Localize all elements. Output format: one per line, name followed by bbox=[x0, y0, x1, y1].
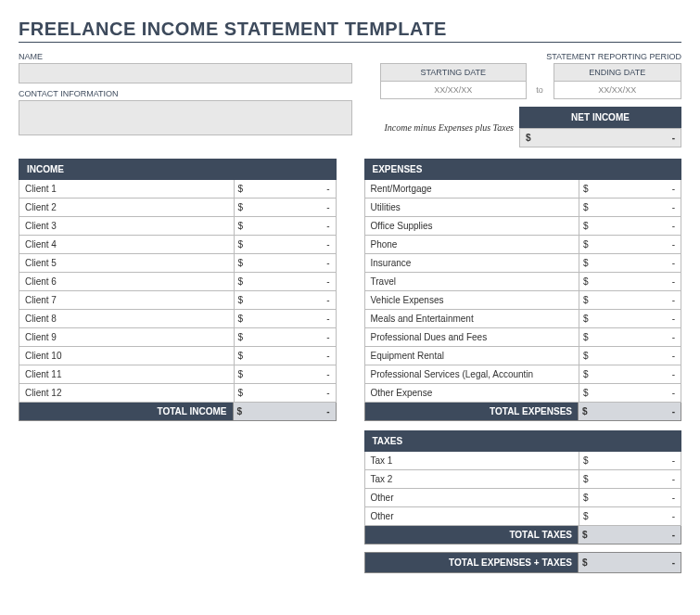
currency-symbol: $ bbox=[579, 236, 598, 253]
expense-row: Equipment Rental$- bbox=[364, 347, 682, 365]
currency-symbol: $ bbox=[235, 180, 253, 198]
expense-label[interactable]: Other Expense bbox=[365, 384, 580, 402]
name-input[interactable] bbox=[19, 63, 352, 83]
expenses-header: EXPENSES bbox=[364, 159, 682, 180]
tax-value[interactable]: - bbox=[598, 489, 681, 506]
tax-label[interactable]: Other bbox=[365, 507, 580, 525]
tax-value[interactable]: - bbox=[598, 507, 681, 525]
contact-label: CONTACT INFORMATION bbox=[19, 89, 352, 98]
net-income-note: Income minus Expenses plus Taxes bbox=[384, 122, 514, 133]
contact-input[interactable] bbox=[19, 100, 352, 135]
currency-symbol: $ bbox=[579, 384, 598, 402]
income-value[interactable]: - bbox=[253, 236, 337, 253]
income-value[interactable]: - bbox=[253, 199, 337, 216]
income-label[interactable]: Client 4 bbox=[19, 236, 235, 253]
expense-value[interactable]: - bbox=[598, 217, 681, 235]
currency-symbol: $ bbox=[579, 365, 598, 383]
income-row: Client 5$- bbox=[19, 254, 337, 273]
title-underline bbox=[19, 42, 681, 43]
start-date-header: STARTING DATE bbox=[381, 64, 527, 82]
income-label[interactable]: Client 2 bbox=[19, 199, 235, 216]
income-value[interactable]: - bbox=[253, 365, 337, 383]
expense-value[interactable]: - bbox=[598, 310, 681, 327]
income-label[interactable]: Client 5 bbox=[19, 254, 235, 272]
expense-value[interactable]: - bbox=[598, 254, 681, 272]
income-value[interactable]: - bbox=[253, 273, 337, 290]
income-value[interactable]: - bbox=[253, 254, 337, 272]
expense-label[interactable]: Phone bbox=[365, 236, 580, 253]
currency-symbol: $ bbox=[235, 273, 253, 290]
expense-row: Rent/Mortgage$- bbox=[364, 180, 682, 199]
expense-label[interactable]: Travel bbox=[365, 273, 580, 290]
income-label[interactable]: Client 12 bbox=[19, 384, 235, 402]
currency-symbol: $ bbox=[235, 310, 253, 327]
expense-label[interactable]: Rent/Mortgage bbox=[365, 180, 580, 198]
currency-symbol: $ bbox=[579, 328, 598, 346]
income-label[interactable]: Client 9 bbox=[19, 328, 235, 346]
currency-symbol: $ bbox=[579, 217, 598, 235]
expense-label[interactable]: Professional Services (Legal, Accountin bbox=[365, 365, 580, 383]
expense-value[interactable]: - bbox=[598, 236, 681, 253]
expense-value[interactable]: - bbox=[598, 199, 681, 216]
income-row: Client 3$- bbox=[19, 217, 337, 236]
tax-value[interactable]: - bbox=[598, 470, 681, 488]
income-header: INCOME bbox=[19, 159, 337, 180]
expense-label[interactable]: Vehicle Expenses bbox=[365, 291, 580, 309]
expense-value[interactable]: - bbox=[598, 384, 681, 402]
tax-row: Other$- bbox=[364, 507, 682, 526]
income-label[interactable]: Client 10 bbox=[19, 347, 235, 365]
expense-value[interactable]: - bbox=[598, 328, 681, 346]
net-income-header: NET INCOME bbox=[519, 107, 681, 128]
income-value[interactable]: - bbox=[253, 328, 337, 346]
income-value[interactable]: - bbox=[253, 384, 337, 402]
income-label[interactable]: Client 1 bbox=[19, 180, 235, 198]
currency-symbol: $ bbox=[235, 347, 253, 365]
income-label[interactable]: Client 8 bbox=[19, 310, 235, 327]
tax-label[interactable]: Other bbox=[365, 489, 580, 506]
currency-symbol: $ bbox=[235, 236, 253, 253]
expense-label[interactable]: Office Supplies bbox=[365, 217, 580, 235]
tax-label[interactable]: Tax 1 bbox=[365, 452, 580, 469]
expense-label[interactable]: Equipment Rental bbox=[365, 347, 580, 365]
income-label[interactable]: Client 7 bbox=[19, 291, 235, 309]
expense-label[interactable]: Meals and Entertainment bbox=[365, 310, 580, 327]
to-label: to bbox=[526, 82, 554, 99]
grand-total-row: TOTAL EXPENSES + TAXES $ - bbox=[364, 552, 682, 573]
currency-symbol: $ bbox=[235, 384, 253, 402]
income-value[interactable]: - bbox=[253, 310, 337, 327]
income-row: Client 12$- bbox=[19, 384, 337, 403]
expense-value[interactable]: - bbox=[598, 365, 681, 383]
expense-label[interactable]: Insurance bbox=[365, 254, 580, 272]
start-date-input[interactable]: XX/XX/XX bbox=[381, 82, 527, 99]
expense-value[interactable]: - bbox=[598, 291, 681, 309]
income-value[interactable]: - bbox=[253, 291, 337, 309]
income-row: Client 4$- bbox=[19, 236, 337, 254]
income-row: Client 9$- bbox=[19, 328, 337, 347]
tax-value[interactable]: - bbox=[598, 452, 681, 469]
end-date-input[interactable]: XX/XX/XX bbox=[554, 82, 681, 99]
expense-value[interactable]: - bbox=[598, 347, 681, 365]
income-label[interactable]: Client 6 bbox=[19, 273, 235, 290]
expense-label[interactable]: Utilities bbox=[365, 199, 580, 216]
end-date-header: ENDING DATE bbox=[554, 64, 681, 82]
currency-symbol: $ bbox=[579, 470, 598, 488]
income-value[interactable]: - bbox=[253, 347, 337, 365]
tax-label[interactable]: Tax 2 bbox=[365, 470, 580, 488]
income-label[interactable]: Client 3 bbox=[19, 217, 235, 235]
name-label: NAME bbox=[19, 52, 352, 61]
income-value[interactable]: - bbox=[253, 180, 337, 198]
currency-symbol: $ bbox=[235, 291, 253, 309]
currency-symbol: $ bbox=[579, 489, 598, 506]
currency-symbol: $ bbox=[235, 328, 253, 346]
currency-symbol: $ bbox=[579, 273, 598, 290]
expense-row: Insurance$- bbox=[364, 254, 682, 273]
income-value[interactable]: - bbox=[253, 217, 337, 235]
expense-value[interactable]: - bbox=[598, 273, 681, 290]
expense-value[interactable]: - bbox=[598, 180, 681, 198]
expense-row: Travel$- bbox=[364, 273, 682, 291]
income-row: Client 6$- bbox=[19, 273, 337, 291]
expense-row: Professional Services (Legal, Accountin$… bbox=[364, 365, 682, 384]
currency-symbol: $ bbox=[579, 254, 598, 272]
income-label[interactable]: Client 11 bbox=[19, 365, 235, 383]
expense-label[interactable]: Professional Dues and Fees bbox=[365, 328, 580, 346]
